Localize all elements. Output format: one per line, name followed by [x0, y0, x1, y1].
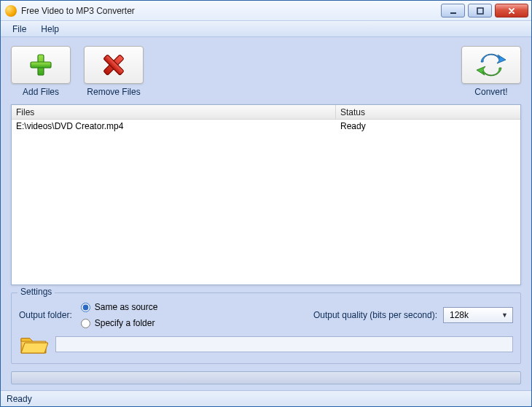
file-status-cell: Ready: [336, 121, 520, 131]
convert-label: Convert!: [474, 87, 507, 97]
settings-group: Settings Output folder: Same as source S…: [11, 292, 521, 364]
output-quality-label: Output quality (bits per second):: [313, 310, 437, 320]
toolbar: Add Files: [11, 46, 521, 97]
minimize-button[interactable]: [441, 4, 465, 18]
main-body: Add Files: [1, 37, 531, 390]
settings-legend: Settings: [17, 287, 55, 297]
x-icon: [99, 50, 128, 80]
quality-dropdown[interactable]: 128k ▼: [443, 307, 513, 323]
add-files-label: Add Files: [23, 87, 59, 97]
svg-rect-0: [450, 12, 456, 14]
table-row[interactable]: E:\videos\DVD Creator.mp4 Ready: [12, 120, 520, 133]
file-list: Files Status E:\videos\DVD Creator.mp4 R…: [11, 104, 521, 285]
plus-icon: [26, 50, 55, 80]
radio-same-as-source-input[interactable]: [81, 303, 90, 312]
quality-dropdown-value: 128k: [450, 310, 469, 320]
folder-path-input[interactable]: [55, 336, 513, 352]
file-list-body[interactable]: E:\videos\DVD Creator.mp4 Ready: [12, 120, 520, 284]
radio-specify-folder[interactable]: Specify a folder: [81, 318, 158, 328]
radio-specify-folder-input[interactable]: [81, 319, 90, 328]
app-icon: [5, 5, 17, 17]
file-path-cell: E:\videos\DVD Creator.mp4: [12, 121, 336, 131]
radio-same-as-source-label: Same as source: [95, 302, 158, 312]
svg-rect-3: [31, 62, 51, 68]
close-button[interactable]: [495, 4, 528, 18]
file-list-header: Files Status: [12, 105, 520, 120]
svg-rect-1: [477, 8, 483, 14]
status-text: Ready: [7, 394, 32, 404]
convert-button[interactable]: [461, 46, 521, 84]
refresh-icon: [475, 50, 507, 80]
statusbar: Ready: [1, 390, 531, 406]
titlebar: Free Video to MP3 Converter: [1, 1, 531, 21]
column-header-files[interactable]: Files: [12, 105, 336, 119]
remove-files-button[interactable]: [84, 46, 144, 84]
menu-help[interactable]: Help: [34, 22, 66, 36]
radio-specify-folder-label: Specify a folder: [95, 318, 155, 328]
window-controls: [441, 4, 528, 18]
chevron-down-icon: ▼: [501, 311, 508, 319]
radio-same-as-source[interactable]: Same as source: [81, 302, 158, 312]
menubar: File Help: [1, 21, 531, 37]
progress-bar: [11, 371, 521, 384]
folder-icon: [19, 333, 48, 356]
remove-files-label: Remove Files: [87, 87, 140, 97]
add-files-button[interactable]: [11, 46, 71, 84]
window-title: Free Video to MP3 Converter: [21, 6, 437, 16]
column-header-status[interactable]: Status: [336, 105, 520, 119]
app-window: Free Video to MP3 Converter File Help: [0, 0, 532, 407]
menu-file[interactable]: File: [5, 22, 34, 36]
maximize-button[interactable]: [468, 4, 492, 18]
output-folder-label: Output folder:: [19, 310, 72, 320]
